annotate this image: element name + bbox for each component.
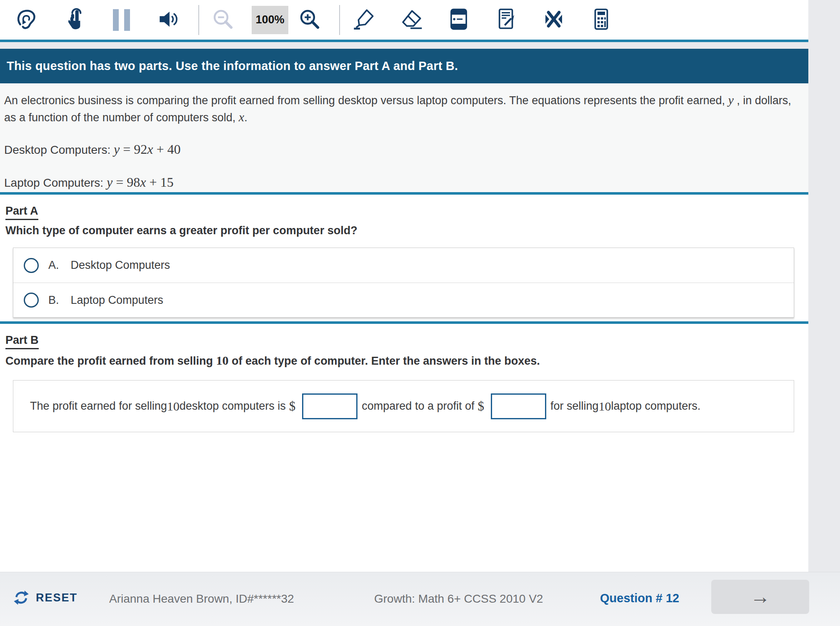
dollar-sign: $ [289, 399, 296, 414]
eraser-button[interactable] [399, 5, 423, 35]
equation-laptop: Laptop Computers: y = 98x + 15 [4, 175, 804, 190]
volume-button[interactable] [157, 5, 181, 35]
part-b-section: Part B Compare the profit earned from se… [0, 324, 808, 572]
zoom-out-button[interactable] [211, 5, 235, 35]
part-a-section: Part A Which type of computer earns a gr… [0, 195, 808, 321]
question-header-text: This question has two parts. Use the inf… [7, 59, 458, 73]
fill-in-answer-box: The profit earned for selling 10 desktop… [13, 380, 794, 432]
reset-label: RESET [36, 591, 78, 604]
tap-select-button[interactable] [62, 5, 86, 35]
text-to-speech-button[interactable] [14, 5, 38, 35]
accessibility-toolbar: 100% [0, 0, 808, 40]
circular-arrows-icon [12, 589, 30, 606]
math-variable-x: x [239, 110, 244, 124]
option-row-b[interactable]: B. Laptop Computers [13, 283, 794, 317]
line-reader-icon [447, 7, 471, 33]
test-name: Growth: Math 6+ CCSS 2010 V2 [374, 592, 543, 606]
gap-band [0, 42, 808, 49]
paragraph-text: . [244, 111, 248, 124]
math-variable-y: y [728, 93, 733, 107]
footer-bar: RESET Arianna Heaven Brown, ID#******32 … [0, 572, 840, 626]
part-b-instruction: Compare the profit earned from selling 1… [5, 353, 808, 368]
fill-in-sentence: The profit earned for selling 10 desktop… [30, 393, 700, 419]
option-text: Desktop Computers [71, 259, 170, 272]
toolbar-divider [198, 5, 199, 35]
radio-option-b[interactable] [24, 293, 39, 308]
math-number: 10 [216, 353, 229, 367]
scroll-gutter[interactable] [808, 0, 840, 572]
highlighter-icon [352, 7, 376, 33]
equation-label: Laptop Computers: [4, 176, 107, 189]
notepad-button[interactable] [494, 5, 518, 35]
equation-desktop: Desktop Computers: y = 92x + 40 [4, 142, 804, 157]
zoom-out-icon [211, 7, 235, 33]
toolbar-divider [339, 5, 340, 35]
math-number: 10 [599, 399, 611, 413]
option-row-a[interactable]: A. Desktop Computers [13, 248, 794, 283]
dollar-sign: $ [478, 399, 484, 414]
reset-button[interactable]: RESET [12, 589, 78, 606]
desktop-profit-input[interactable] [302, 393, 358, 419]
notepad-icon [494, 7, 518, 33]
option-text: Laptop Computers [71, 294, 163, 307]
pause-icon [113, 9, 130, 31]
zoom-in-button[interactable] [298, 5, 322, 35]
stimulus-paragraph: An electronics business is comparing the… [4, 92, 804, 126]
calculator-icon [589, 7, 613, 33]
radio-option-a[interactable] [24, 258, 39, 273]
answer-eliminator-button[interactable] [542, 5, 566, 35]
part-a-label: Part A [5, 205, 38, 220]
part-b-label: Part B [5, 334, 39, 349]
equation-label: Desktop Computers: [4, 143, 114, 156]
eraser-icon [399, 7, 423, 33]
part-a-question: Which type of computer earns a greater p… [5, 224, 808, 237]
ear-icon [14, 7, 38, 33]
question-number: Question # 12 [600, 591, 679, 605]
calculator-button[interactable] [589, 5, 613, 35]
test-page: 100% [0, 0, 840, 626]
math-number: 10 [167, 399, 180, 413]
answer-options-box: A. Desktop Computers B. Laptop Computers [13, 248, 794, 318]
student-name: Arianna Heaven Brown, ID#******32 [109, 592, 294, 606]
next-question-button[interactable]: → [711, 580, 809, 614]
pause-button[interactable] [109, 5, 133, 35]
zoom-in-icon [298, 7, 322, 33]
right-arrow-icon: → [750, 587, 770, 607]
answer-eliminator-icon [542, 7, 566, 33]
question-header: This question has two parts. Use the inf… [0, 49, 808, 83]
speaker-icon [157, 7, 181, 33]
stimulus-section: An electronics business is comparing the… [0, 83, 808, 192]
line-reader-button[interactable] [447, 5, 471, 35]
zoom-level-indicator: 100% [252, 6, 288, 34]
tap-hand-icon [62, 7, 86, 33]
option-letter: A. [48, 259, 59, 272]
option-letter: B. [48, 294, 59, 307]
highlighter-button[interactable] [352, 5, 376, 35]
laptop-profit-input[interactable] [491, 393, 546, 419]
paragraph-text: An electronics business is comparing the… [4, 94, 728, 107]
